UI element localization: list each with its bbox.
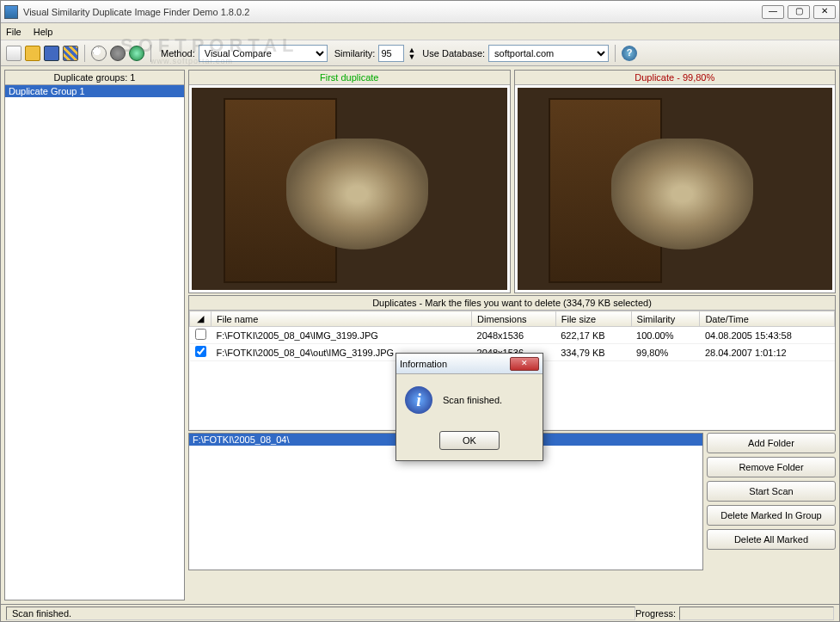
statusbar: Scan finished. Progress: [1,604,839,621]
titlebar: Visual Similarity Duplicate Image Finder… [1,1,839,23]
groups-list[interactable]: Duplicate Group 1 [5,85,184,600]
dialog-title: Information [400,359,510,369]
col-filename[interactable]: File name [212,311,472,327]
col-dimensions[interactable]: Dimensions [472,311,556,327]
cell-file: F:\FOTKI\2005_08_04\IMG_3199.JPG [212,327,472,344]
main-window: Visual Similarity Duplicate Image Finder… [0,0,840,622]
remove-folder-button[interactable]: Remove Folder [707,457,836,477]
first-duplicate-label: First duplicate [189,71,510,85]
separator [84,45,85,62]
first-duplicate-image [192,88,507,290]
delete-all-marked-button[interactable]: Delete All Marked [707,529,836,550]
first-duplicate-box: First duplicate [188,70,511,293]
cell-sim: 100.00% [631,327,700,344]
cell-size: 334,79 KB [555,344,631,361]
spinner-icon[interactable]: ▲▼ [408,46,415,60]
maximize-button[interactable]: ▢ [788,5,810,19]
main-area: Duplicate groups: 1 Duplicate Group 1 Fi… [1,66,839,604]
duplicate-image [518,88,833,290]
cell-dim: 2048x1536 [472,327,556,344]
action-buttons: Add Folder Remove Folder Start Scan Dele… [707,433,836,570]
dialog-titlebar: Information ✕ [396,354,543,374]
separator [150,45,151,62]
usedb-label: Use Database: [422,48,485,59]
duplicates-header: Duplicates - Mark the files you want to … [189,296,835,311]
database-select[interactable]: softportal.com [488,45,609,62]
app-icon [4,5,18,19]
dialog-message: Scan finished. [443,395,502,405]
close-button[interactable]: ✕ [813,5,836,19]
method-select[interactable]: Visual Compare [199,45,328,62]
separator [615,45,616,62]
add-folder-button[interactable]: Add Folder [707,433,836,453]
cell-date: 04.08.2005 15:43:58 [700,327,835,344]
menu-file[interactable]: File [6,27,21,37]
status-text: Scan finished. [6,607,635,620]
save-icon[interactable] [44,46,59,61]
save-as-icon[interactable] [63,46,78,61]
similarity-label: Similarity: [334,48,376,59]
info-icon: i [405,386,432,414]
method-label: Method: [161,48,195,59]
dialog-close-button[interactable]: ✕ [510,357,539,371]
col-filesize[interactable]: File size [555,311,631,327]
row-checkbox[interactable] [195,329,206,340]
menu-help[interactable]: Help [34,27,53,37]
group-item[interactable]: Duplicate Group 1 [5,85,184,97]
duplicate-box: Duplicate - 99,80% [514,70,837,293]
preview-row: First duplicate Duplicate - 99,80% [188,70,836,293]
toolbar: Method: Visual Compare Similarity: ▲▼ Us… [1,40,839,66]
duplicate-label: Duplicate - 99,80% [515,71,836,85]
col-similarity[interactable]: Similarity [631,311,700,327]
similarity-input[interactable] [378,45,404,62]
help-icon[interactable]: ? [622,46,637,61]
minimize-button[interactable]: — [762,5,784,19]
cell-size: 622,17 KB [555,327,631,344]
globe-icon[interactable] [129,46,144,61]
window-title: Visual Similarity Duplicate Image Finder… [23,7,762,17]
groups-panel: Duplicate groups: 1 Duplicate Group 1 [4,70,185,600]
menubar: File Help [1,23,839,40]
info-dialog: Information ✕ i Scan finished. OK [395,353,543,461]
delete-marked-group-button[interactable]: Delete Marked In Group [707,505,836,526]
col-datetime[interactable]: Date/Time [700,311,835,327]
settings-icon[interactable] [110,46,126,61]
progress-bar [679,607,834,620]
ok-button[interactable]: OK [439,431,500,450]
col-check[interactable]: ◢ [190,311,212,327]
open-icon[interactable] [25,46,40,61]
start-scan-button[interactable]: Start Scan [707,481,836,502]
cell-date: 28.04.2007 1:01:12 [700,344,835,361]
new-icon[interactable] [6,46,21,61]
groups-header: Duplicate groups: 1 [5,71,184,85]
zoom-icon[interactable] [91,46,107,61]
cell-sim: 99,80% [631,344,700,361]
table-row[interactable]: F:\FOTKI\2005_08_04\IMG_3199.JPG 2048x15… [190,327,835,344]
row-checkbox[interactable] [195,346,206,357]
right-panel: First duplicate Duplicate - 99,80% Dupli… [188,70,836,600]
progress-label: Progress: [635,608,676,619]
